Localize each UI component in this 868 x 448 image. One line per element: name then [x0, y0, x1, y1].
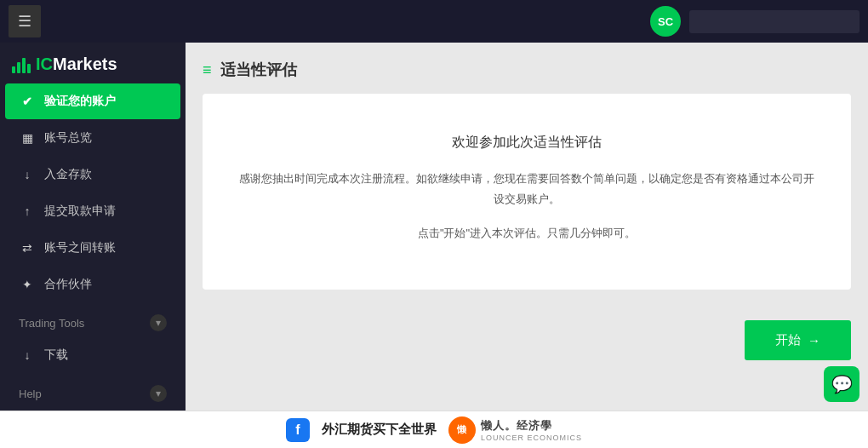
transfer-icon: ⇄ [19, 239, 36, 256]
avatar: SC [650, 6, 681, 37]
logo: ICMarkets [0, 43, 186, 83]
badge-icon: 懒 [448, 416, 476, 444]
sidebar-item-withdrawal[interactable]: ↑ 提交取款申请 [5, 193, 180, 229]
logo-bars-icon [12, 56, 31, 73]
footer: f 外汇期货买下全世界 懒 懒人。经济學 LOUNCER ECONOMICS [0, 411, 868, 448]
main-layout: ICMarkets ✔ 验证您的账户 ▦ 账号总览 ↓ 入金存款 ↑ 提交取款申… [0, 43, 868, 411]
trading-tools-chevron-icon: ▾ [150, 314, 167, 331]
sidebar-item-label: 账号总览 [44, 130, 92, 146]
card-title: 欢迎参加此次适当性评估 [452, 134, 602, 152]
hamburger-button[interactable]: ☰ [9, 5, 41, 37]
logo-bar-4 [27, 64, 31, 73]
page-header-icon: ≡ [203, 61, 212, 79]
card-cta: 点击"开始"进入本次评估。只需几分钟即可。 [418, 226, 636, 241]
sidebar-item-deposit[interactable]: ↓ 入金存款 [5, 157, 180, 192]
button-row: 开始 → [203, 303, 851, 360]
search-input[interactable] [689, 10, 859, 33]
sidebar-item-transfer[interactable]: ⇄ 账号之间转账 [5, 230, 180, 266]
chat-icon: 💬 [831, 374, 853, 394]
badge-main-text: 懒人。经济學 [481, 418, 582, 434]
logo-bar-3 [22, 58, 26, 73]
logo-bar-1 [12, 66, 15, 73]
chat-button[interactable]: 💬 [824, 366, 859, 402]
top-bar: ☰ SC [0, 0, 868, 43]
overview-icon: ▦ [19, 129, 36, 146]
sidebar: ICMarkets ✔ 验证您的账户 ▦ 账号总览 ↓ 入金存款 ↑ 提交取款申… [0, 43, 186, 411]
withdrawal-icon: ↑ [19, 203, 36, 220]
assessment-card: 欢迎参加此次适当性评估 感谢您抽出时间完成本次注册流程。如欲继续申请，您现在需要… [203, 94, 851, 290]
partner-icon: ✦ [19, 276, 36, 293]
badge-sub-text: LOUNCER ECONOMICS [481, 434, 582, 442]
page-title: 适当性评估 [220, 60, 297, 80]
sidebar-item-label: 合作伙伴 [44, 277, 92, 292]
logo-text: ICMarkets [36, 55, 117, 74]
deposit-icon: ↓ [19, 166, 36, 183]
main-content: ≡ 适当性评估 欢迎参加此次适当性评估 感谢您抽出时间完成本次注册流程。如欲继续… [186, 43, 868, 411]
top-bar-right: SC [650, 6, 859, 37]
sidebar-item-label: 验证您的账户 [44, 94, 116, 109]
sidebar-item-download[interactable]: ↓ 下载 [5, 337, 180, 373]
help-chevron-icon: ▾ [150, 385, 167, 402]
sidebar-item-label: 提交取款申请 [44, 204, 116, 219]
badge-text-wrapper: 懒人。经济學 LOUNCER ECONOMICS [481, 418, 582, 442]
sidebar-item-verify-account[interactable]: ✔ 验证您的账户 [5, 83, 180, 119]
trading-tools-section[interactable]: Trading Tools ▾ [5, 306, 180, 336]
start-button[interactable]: 开始 → [745, 320, 851, 360]
trading-tools-label: Trading Tools [19, 317, 84, 330]
logo-bar-2 [17, 62, 20, 73]
verify-icon: ✔ [19, 93, 36, 110]
sidebar-item-label: 账号之间转账 [44, 240, 116, 256]
footer-badge: 懒 懒人。经济學 LOUNCER ECONOMICS [448, 416, 582, 444]
card-body: 感谢您抽出时间完成本次注册流程。如欲继续申请，您现在需要回答数个简单问题，以确定… [237, 169, 816, 209]
facebook-icon: f [286, 418, 310, 442]
sidebar-item-label: 下载 [44, 347, 68, 363]
footer-text: 外汇期货买下全世界 [322, 422, 437, 438]
download-icon: ↓ [19, 347, 36, 364]
sidebar-item-account-overview[interactable]: ▦ 账号总览 [5, 120, 180, 156]
help-label: Help [19, 388, 42, 400]
help-section[interactable]: Help ▾ [5, 376, 180, 407]
sidebar-item-label: 入金存款 [44, 167, 92, 182]
page-header: ≡ 适当性评估 [203, 60, 851, 80]
sidebar-item-partner[interactable]: ✦ 合作伙伴 [5, 267, 180, 302]
